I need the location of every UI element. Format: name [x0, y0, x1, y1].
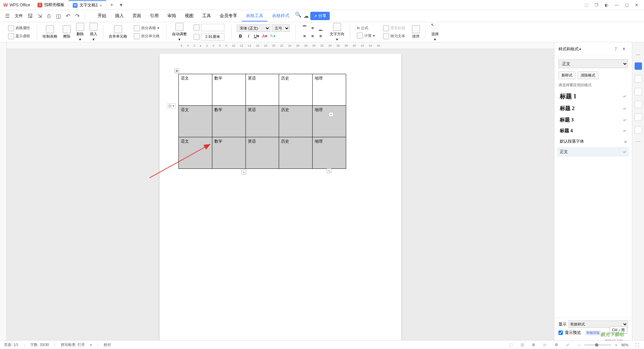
menu-insert[interactable]: 插入 [111, 11, 128, 21]
view-mode5-icon[interactable]: ⚙ [553, 342, 559, 348]
table-cell[interactable]: 历史 [279, 137, 313, 169]
tab-document[interactable]: W 文字文稿1 ● [69, 0, 106, 10]
window-user-icon[interactable]: ◐ [602, 1, 611, 9]
window-ar-icon[interactable]: ⬚ [582, 1, 591, 9]
col-width-icon[interactable] [194, 34, 200, 40]
menu-icon[interactable]: ☰ [3, 12, 11, 20]
collapse-icon[interactable]: — [636, 52, 640, 57]
redo-icon[interactable]: ↷ [73, 12, 81, 20]
table-cell[interactable]: 英语 [246, 106, 279, 137]
side-more-icon[interactable]: ⋯ [636, 139, 641, 144]
window-maximize-icon[interactable]: ▢ [622, 1, 631, 9]
side-layers-icon[interactable] [635, 101, 642, 108]
draw-table-button[interactable]: 绘制表格 [41, 25, 59, 39]
insert-button[interactable]: 插入▾ [88, 23, 100, 42]
menu-table-tools[interactable]: 表格工具 [242, 11, 267, 21]
style-item-default-font[interactable]: 默认段落字体a [557, 137, 629, 146]
document-page[interactable]: ✥ ⊟ ▾ 语文 数学 英语 历史 地理 语文 数学 英语 历史 地理 [160, 54, 401, 340]
table-cell[interactable]: 语文 [179, 74, 212, 106]
eraser-button[interactable]: 擦除 [61, 25, 73, 39]
split-table-button[interactable]: 拆分表格▾ [132, 24, 161, 32]
page-indicator[interactable]: 页面: 1/1 [4, 342, 18, 347]
fit-width-icon[interactable]: ⤢ [565, 342, 571, 348]
panel-close-icon[interactable]: ✕ [620, 45, 628, 53]
style-item-heading2[interactable]: 标题 2↵ [557, 103, 629, 114]
delete-button[interactable]: 删除▾ [74, 23, 86, 42]
save-icon[interactable]: 🖫 [26, 12, 34, 20]
window-minimize-icon[interactable]: — [612, 1, 621, 9]
underline-button[interactable]: U▾ [253, 33, 260, 40]
align-center-button[interactable]: ≡ [309, 33, 316, 40]
new-style-button[interactable]: 新样式 [558, 71, 576, 79]
export-icon[interactable]: ⇲ [36, 12, 44, 20]
current-style-select[interactable]: 正文 [558, 59, 628, 68]
smart-layout-badge[interactable]: 智能排版 [585, 330, 601, 336]
align-right-button[interactable]: ≡ [317, 33, 324, 40]
zoom-value[interactable]: 90% [621, 343, 629, 347]
table-cell[interactable]: 历史 [279, 74, 313, 106]
word-count[interactable]: 字数: 20/30 [30, 342, 49, 347]
highlight-button[interactable]: ✎▾ [269, 33, 276, 40]
menu-review[interactable]: 审阅 [163, 11, 180, 21]
clear-format-button[interactable]: 清除格式 [578, 71, 598, 79]
undo-icon[interactable]: ↶ [64, 12, 72, 20]
table-cell[interactable]: 地理 [313, 137, 346, 169]
style-item-heading4[interactable]: 标题 4↵ [557, 126, 629, 136]
style-item-body[interactable]: 正文↵ [557, 147, 629, 157]
side-select-icon[interactable] [635, 75, 642, 83]
table-cell[interactable]: 数学 [212, 74, 246, 106]
convert-to-text-button[interactable]: 转为文本 [382, 33, 407, 40]
table-row[interactable]: 语文 数学 英语 历史 地理 [179, 106, 346, 137]
menu-reference[interactable]: 引用 [146, 11, 163, 21]
table-cell[interactable]: 地理 [313, 74, 346, 106]
bold-button[interactable]: B [237, 33, 244, 40]
table-move-handle[interactable]: ✥ [174, 68, 179, 73]
view-mode4-icon[interactable]: ▷ [542, 342, 548, 348]
show-gridlines-button[interactable]: 显示虚框 [7, 33, 32, 40]
proofread-status[interactable]: 校对 [104, 342, 111, 347]
row-height-input[interactable] [201, 24, 224, 31]
font-color-button[interactable]: A▾ [261, 33, 268, 40]
table-cell[interactable]: 英语 [246, 137, 279, 169]
tab-menu-icon[interactable]: ▾ [117, 2, 125, 8]
tab-templates[interactable]: D 找稻壳模板 [34, 0, 69, 10]
fullscreen-icon[interactable]: ⛶ [634, 342, 640, 348]
align-bottom-button[interactable]: ▁ [317, 24, 324, 32]
print-preview-icon[interactable]: ◫ [54, 12, 62, 20]
table-cell[interactable]: 语文 [179, 106, 212, 137]
table-cell[interactable]: 英语 [246, 74, 279, 106]
zoom-in-button[interactable]: + [613, 342, 619, 348]
tab-close-icon[interactable]: ● [100, 3, 102, 7]
select-button[interactable]: ↖选择▾ [429, 23, 441, 42]
window-close-icon[interactable]: ✕ [632, 1, 641, 9]
split-cells-button[interactable]: 拆分单元格 [132, 33, 161, 40]
print-icon[interactable]: ⎙ [45, 12, 53, 20]
align-top-button[interactable]: ▔ [301, 24, 308, 32]
calculate-button[interactable]: 计算▾ [356, 32, 376, 39]
share-button[interactable]: ↗ 分享 [310, 12, 330, 20]
window-cube-icon[interactable]: ❒ [592, 1, 601, 9]
repeat-header-button[interactable]: 重复标题 [382, 24, 407, 32]
row-height-icon[interactable] [194, 24, 200, 31]
formula-button[interactable]: fx 公式 [356, 25, 376, 31]
pin-icon[interactable]: ⤴ [612, 45, 620, 53]
auto-fit-button[interactable]: 自动调整▾ [170, 23, 189, 42]
menu-tools[interactable]: 工具 [198, 11, 215, 21]
search-icon[interactable]: 🔍 [294, 11, 302, 19]
side-settings-icon[interactable] [635, 88, 642, 95]
preview-checkbox[interactable] [558, 331, 563, 335]
align-left-button[interactable]: ≡ [301, 33, 308, 40]
add-tab-button[interactable]: ＋ [106, 1, 117, 8]
side-tools-icon[interactable] [635, 113, 642, 121]
add-column-handle[interactable]: + [329, 112, 333, 117]
row-indicator[interactable]: ⊟ ▾ [167, 103, 176, 108]
add-row-handle[interactable]: + [241, 170, 246, 174]
style-item-heading3[interactable]: 标题 3↵ [557, 115, 629, 125]
align-middle-button[interactable]: ≡ [309, 24, 316, 32]
side-help-icon[interactable] [635, 126, 642, 134]
menu-member[interactable]: 会员专享 [216, 11, 241, 21]
table-properties-button[interactable]: 表格属性 [7, 24, 32, 32]
table-resize-handle[interactable]: ⤡ [327, 168, 331, 173]
table-row[interactable]: 语文 数学 英语 历史 地理 [179, 74, 346, 106]
menu-start[interactable]: 开始 [94, 11, 110, 21]
